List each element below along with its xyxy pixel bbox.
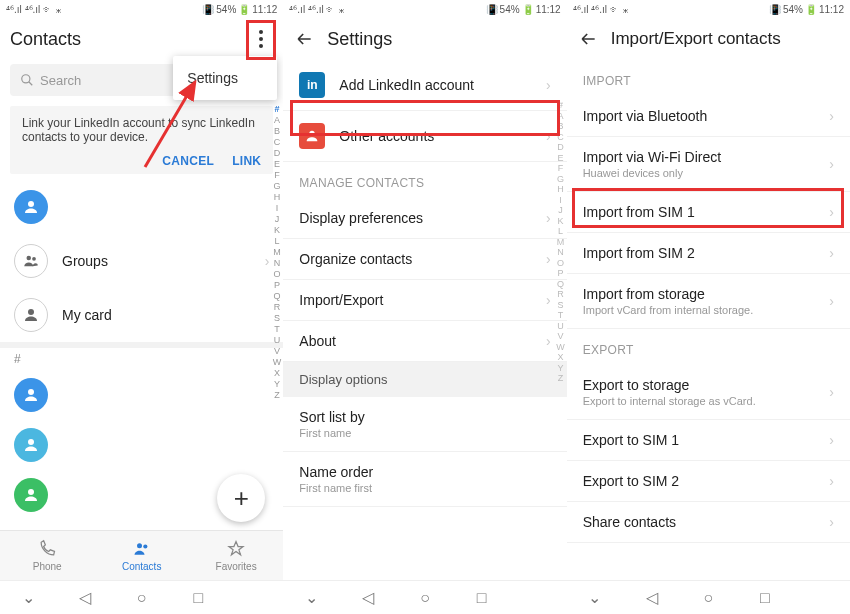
svg-point-11 bbox=[310, 131, 315, 136]
tab-favorites[interactable]: Favorites bbox=[189, 531, 283, 580]
nav-back-icon[interactable]: ◁ bbox=[643, 589, 661, 607]
popup-settings-item[interactable]: Settings bbox=[187, 70, 263, 86]
row-import-export[interactable]: Import/Export› bbox=[283, 280, 566, 321]
mycard-icon bbox=[14, 298, 48, 332]
header: Contacts bbox=[0, 18, 283, 60]
groups-icon bbox=[14, 244, 48, 278]
row-add-linkedin[interactable]: in Add LinkedIn account › bbox=[283, 60, 566, 111]
android-nav-bar: ⌄ ◁ ○ □ bbox=[0, 580, 283, 614]
section-export: EXPORT bbox=[567, 329, 850, 365]
mycard-row[interactable]: My card bbox=[0, 288, 283, 342]
back-button[interactable] bbox=[577, 28, 599, 50]
screen-contacts: ⁴⁶.ıl ⁴⁶.ıl ᯤ ⁎ 📳54%🔋11:12 Contacts Sear… bbox=[0, 0, 283, 614]
chevron-right-icon: › bbox=[829, 245, 834, 261]
svg-point-8 bbox=[28, 489, 34, 495]
status-bar: ⁴⁶.ıl ⁴⁶.ıl ᯤ ⁎ 📳54%🔋11:12 bbox=[283, 0, 566, 18]
header: Import/Export contacts bbox=[567, 18, 850, 60]
nav-dropdown-icon[interactable]: ⌄ bbox=[19, 589, 37, 607]
header: Settings bbox=[283, 18, 566, 60]
section-hash: # bbox=[0, 348, 283, 370]
row-name-order[interactable]: Name orderFirst name first bbox=[283, 452, 566, 507]
nav-home-icon[interactable]: ○ bbox=[699, 589, 717, 607]
status-bar: ⁴⁶.ıl ⁴⁶.ıl ᯤ ⁎ 📳54%🔋11:12 bbox=[0, 0, 283, 18]
arrow-left-icon bbox=[294, 29, 314, 49]
svg-point-7 bbox=[28, 439, 34, 445]
groups-label: Groups bbox=[62, 253, 265, 269]
nav-dropdown-icon[interactable]: ⌄ bbox=[303, 589, 321, 607]
row-export-sim2[interactable]: Export to SIM 2› bbox=[567, 461, 850, 502]
row-import-wifi[interactable]: Import via Wi-Fi DirectHuawei devices on… bbox=[567, 137, 850, 192]
phone-icon bbox=[37, 539, 57, 559]
row-share-contacts[interactable]: Share contacts› bbox=[567, 502, 850, 543]
chevron-right-icon: › bbox=[546, 77, 551, 93]
chevron-right-icon: › bbox=[265, 253, 270, 269]
avatar-icon bbox=[14, 190, 48, 224]
svg-point-3 bbox=[27, 256, 32, 261]
alpha-index[interactable]: #ABCDEFGHIJKLMNOPQRSTUVWXYZ bbox=[273, 104, 282, 400]
nav-recent-icon[interactable]: □ bbox=[473, 589, 491, 607]
contact-row[interactable] bbox=[0, 420, 283, 470]
row-organize-contacts[interactable]: Organize contacts› bbox=[283, 239, 566, 280]
svg-point-4 bbox=[32, 257, 36, 261]
row-import-sim2[interactable]: Import from SIM 2› bbox=[567, 233, 850, 274]
contact-row[interactable] bbox=[0, 370, 283, 420]
chevron-right-icon: › bbox=[829, 514, 834, 530]
page-title: Contacts bbox=[10, 29, 81, 50]
plus-icon: + bbox=[234, 483, 249, 514]
page-title: Import/Export contacts bbox=[611, 29, 781, 49]
cancel-button[interactable]: CANCEL bbox=[162, 154, 214, 168]
chevron-right-icon: › bbox=[546, 210, 551, 226]
chevron-right-icon: › bbox=[546, 251, 551, 267]
nav-recent-icon[interactable]: □ bbox=[189, 589, 207, 607]
mycard-label: My card bbox=[62, 307, 269, 323]
nav-recent-icon[interactable]: □ bbox=[756, 589, 774, 607]
row-import-sim1[interactable]: Import from SIM 1› bbox=[567, 192, 850, 233]
section-manage-contacts: MANAGE CONTACTS bbox=[283, 162, 566, 198]
link-button[interactable]: LINK bbox=[232, 154, 261, 168]
nav-back-icon[interactable]: ◁ bbox=[76, 589, 94, 607]
row-import-storage[interactable]: Import from storageImport vCard from int… bbox=[567, 274, 850, 329]
row-sort-list[interactable]: Sort list byFirst name bbox=[283, 397, 566, 452]
nav-back-icon[interactable]: ◁ bbox=[359, 589, 377, 607]
row-display-preferences[interactable]: Display preferences› bbox=[283, 198, 566, 239]
chevron-right-icon: › bbox=[546, 128, 551, 144]
row-other-accounts[interactable]: Other accounts › bbox=[283, 111, 566, 162]
avatar-icon bbox=[14, 378, 48, 412]
chevron-right-icon: › bbox=[829, 473, 834, 489]
overflow-popup: Settings bbox=[173, 56, 277, 100]
tab-phone[interactable]: Phone bbox=[0, 531, 94, 580]
star-icon bbox=[226, 539, 246, 559]
nav-dropdown-icon[interactable]: ⌄ bbox=[586, 589, 604, 607]
groups-row[interactable]: Groups › bbox=[0, 234, 283, 288]
back-button[interactable] bbox=[293, 28, 315, 50]
alpha-index[interactable]: #ABCDEFGHIJKLMNOPQRSTUVWXYZ bbox=[556, 100, 565, 383]
row-import-bluetooth[interactable]: Import via Bluetooth› bbox=[567, 96, 850, 137]
row-export-sim1[interactable]: Export to SIM 1› bbox=[567, 420, 850, 461]
tab-contacts[interactable]: Contacts bbox=[94, 531, 188, 580]
android-nav-bar: ⌄ ◁ ○ □ bbox=[567, 580, 850, 614]
linkedin-sync-card: Link your LinkedIn account to sync Linke… bbox=[10, 106, 273, 174]
nav-home-icon[interactable]: ○ bbox=[416, 589, 434, 607]
contacts-icon bbox=[132, 539, 152, 559]
avatar-icon bbox=[14, 478, 48, 512]
search-placeholder: Search bbox=[40, 73, 81, 88]
chevron-right-icon: › bbox=[829, 432, 834, 448]
more-menu-button[interactable] bbox=[249, 27, 273, 51]
chevron-right-icon: › bbox=[829, 293, 834, 309]
add-contact-fab[interactable]: + bbox=[217, 474, 265, 522]
section-display-options: Display options bbox=[283, 362, 566, 397]
svg-point-2 bbox=[28, 201, 34, 207]
screen-import-export: ⁴⁶.ıl ⁴⁶.ıl ᯤ ⁎ 📳54%🔋11:12 Import/Export… bbox=[567, 0, 850, 614]
screen-settings: ⁴⁶.ıl ⁴⁶.ıl ᯤ ⁎ 📳54%🔋11:12 Settings in A… bbox=[283, 0, 566, 614]
row-about[interactable]: About› bbox=[283, 321, 566, 362]
page-title: Settings bbox=[327, 29, 392, 50]
contact-row-unnamed[interactable] bbox=[0, 180, 283, 234]
arrow-left-icon bbox=[578, 29, 598, 49]
accounts-icon bbox=[299, 123, 325, 149]
row-export-storage[interactable]: Export to storageExport to internal stor… bbox=[567, 365, 850, 420]
linkedin-msg: Link your LinkedIn account to sync Linke… bbox=[22, 116, 261, 144]
chevron-right-icon: › bbox=[829, 108, 834, 124]
android-nav-bar: ⌄ ◁ ○ □ bbox=[283, 580, 566, 614]
chevron-right-icon: › bbox=[829, 156, 834, 172]
nav-home-icon[interactable]: ○ bbox=[133, 589, 151, 607]
